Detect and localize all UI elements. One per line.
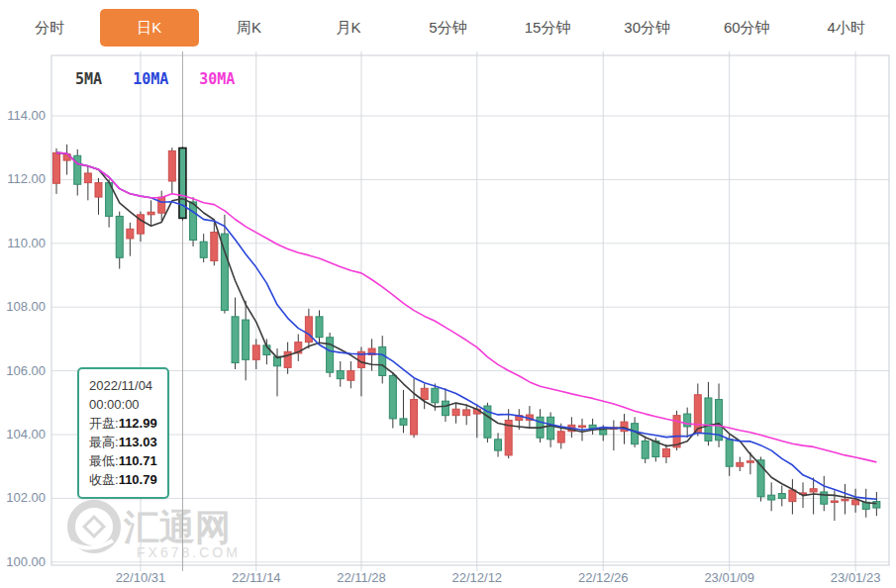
candle[interactable]: [127, 229, 134, 239]
tooltip-close-row: 收盘:110.79: [89, 470, 157, 489]
candle[interactable]: [200, 242, 207, 257]
candle[interactable]: [642, 441, 648, 458]
candle[interactable]: [810, 489, 817, 492]
candle[interactable]: [243, 320, 249, 359]
tooltip-time: 00:00:00: [89, 395, 157, 414]
candle[interactable]: [821, 492, 828, 504]
candle[interactable]: [148, 212, 154, 215]
candle[interactable]: [442, 401, 448, 415]
candle[interactable]: [452, 409, 459, 415]
candle[interactable]: [557, 432, 564, 442]
candle[interactable]: [432, 388, 439, 402]
candle[interactable]: [116, 216, 123, 257]
candle[interactable]: [495, 440, 502, 450]
x-axis-label: 22/10/31: [116, 570, 166, 585]
tab-60min[interactable]: 60分钟: [697, 9, 797, 47]
candle[interactable]: [74, 155, 81, 184]
ma10-line: [56, 152, 876, 499]
y-axis-label: 110.00: [7, 236, 46, 250]
tab-30min[interactable]: 30分钟: [597, 9, 697, 47]
candle[interactable]: [463, 410, 470, 416]
tab-5min[interactable]: 5分钟: [398, 9, 498, 47]
candle[interactable]: [190, 202, 197, 241]
candle[interactable]: [168, 150, 175, 181]
tooltip-open-row: 开盘:112.99: [89, 414, 157, 433]
ma30-legend-label: 30MA: [199, 70, 235, 88]
tooltip-date: 2022/11/04: [89, 376, 157, 395]
tab-intraday[interactable]: 分时: [0, 9, 100, 47]
timeframe-tabbar: 分时日K周K月K5分钟15分钟30分钟60分钟4小时: [0, 0, 896, 55]
candle[interactable]: [778, 494, 785, 499]
candle[interactable]: [211, 233, 218, 261]
candle[interactable]: [579, 426, 586, 428]
y-axis-label: 114.00: [7, 108, 46, 123]
candle[interactable]: [327, 338, 334, 372]
y-axis-label: 106.00: [6, 363, 46, 378]
tooltip-high-value: 113.03: [119, 435, 157, 449]
candle[interactable]: [421, 388, 428, 399]
tab-weekly-k[interactable]: 周K: [199, 9, 299, 47]
y-axis-label: 112.00: [7, 171, 46, 186]
candle[interactable]: [873, 502, 880, 508]
tooltip-open-value: 112.99: [119, 416, 157, 431]
tooltip-low-row: 最低:110.71: [89, 451, 157, 470]
ma10-legend-label: 10MA: [133, 70, 168, 88]
tab-monthly-k[interactable]: 月K: [299, 9, 399, 47]
candle[interactable]: [232, 317, 239, 363]
candle[interactable]: [632, 424, 639, 444]
x-axis-label: 23/01/09: [704, 570, 754, 585]
candle[interactable]: [252, 345, 259, 359]
candle[interactable]: [84, 173, 91, 183]
candlestick-chart[interactable]: 114.00112.00110.00108.00106.00104.00102.…: [0, 0, 896, 588]
tab-15min[interactable]: 15分钟: [498, 9, 598, 47]
tooltip-close-value: 110.79: [119, 472, 157, 487]
candle[interactable]: [95, 183, 102, 197]
candle[interactable]: [789, 490, 796, 502]
candle[interactable]: [316, 317, 323, 338]
candle[interactable]: [831, 501, 838, 503]
ma-legend: 5MA 10MA 30MA: [75, 70, 256, 88]
ma5-legend-label: 5MA: [75, 70, 102, 88]
tab-4hour[interactable]: 4小时: [797, 9, 896, 47]
candle[interactable]: [548, 417, 554, 440]
x-axis-label: 22/12/12: [451, 570, 502, 585]
candle[interactable]: [305, 317, 312, 343]
candle[interactable]: [348, 371, 354, 381]
x-axis-label: 22/11/14: [232, 570, 281, 585]
y-axis-label: 104.00: [6, 427, 46, 441]
tooltip-high-row: 最高:113.03: [89, 433, 157, 451]
tab-daily-k[interactable]: 日K: [100, 9, 200, 47]
y-axis-label: 108.00: [6, 299, 46, 314]
candle[interactable]: [389, 375, 396, 418]
candle[interactable]: [337, 371, 344, 379]
candle[interactable]: [852, 500, 859, 505]
candle[interactable]: [747, 461, 753, 463]
candle[interactable]: [411, 400, 418, 435]
candle[interactable]: [158, 197, 165, 213]
candle[interactable]: [662, 448, 669, 456]
x-axis-label: 22/11/28: [337, 570, 386, 585]
candle[interactable]: [379, 346, 386, 375]
candle[interactable]: [737, 462, 744, 466]
ohlc-tooltip: 2022/11/04 00:00:00 开盘:112.99 最高:113.03 …: [77, 367, 169, 499]
candle[interactable]: [400, 419, 407, 425]
x-axis-label: 23/01/23: [831, 570, 881, 585]
x-axis-label: 22/12/26: [578, 570, 629, 585]
candle[interactable]: [768, 495, 775, 500]
candle[interactable]: [53, 152, 60, 183]
tooltip-low-value: 110.71: [119, 453, 157, 468]
candle[interactable]: [842, 499, 848, 501]
candle[interactable]: [726, 440, 733, 466]
kline-chart-panel: 分时日K周K月K5分钟15分钟30分钟60分钟4小时 114.00112.001…: [0, 0, 896, 588]
candle[interactable]: [600, 430, 607, 435]
y-axis-label: 102.00: [6, 490, 46, 505]
y-axis-label: 100.00: [6, 554, 46, 569]
